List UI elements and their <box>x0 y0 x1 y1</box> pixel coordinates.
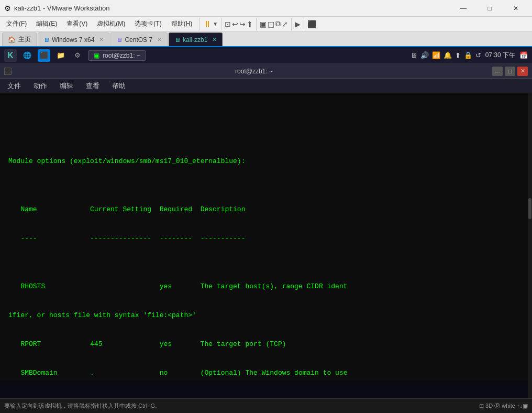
tab-centos-close[interactable]: ✕ <box>157 36 162 43</box>
terminal-scrollbar[interactable] <box>528 93 532 398</box>
tab-home-icon: 🏠 <box>8 36 16 44</box>
tab-centos[interactable]: 🖥 CentOS 7 ✕ <box>110 32 168 46</box>
terminal-content: Module options (exploit/windows/smb/ms17… <box>8 118 524 381</box>
status-left-text: 要输入定向到该虚拟机，请将鼠标指针移入其中或按 Ctrl+G。 <box>4 402 161 410</box>
kali-notif-icon[interactable]: 🔔 <box>444 51 452 59</box>
terminal-line-9: SMBDomain . no (Optional) The Windows do… <box>8 368 524 378</box>
tab-kali[interactable]: 🖥 kali-zzb1 ✕ <box>169 32 223 46</box>
kali-clock: 🖥 🔊 📶 🔔 ⬆ 🔒 ↺ 07:30 下午 📅 <box>411 51 528 60</box>
tab-kali-icon: 🖥 <box>174 37 180 43</box>
terminal-title: root@zzb1: ~ <box>16 68 492 75</box>
vm-content: K 🌐 ⬛ 📁 ⚙ ▣ root@zzb1: ~ 🖥 <box>0 47 532 413</box>
menu-tabs[interactable]: 选项卡(T) <box>130 18 165 30</box>
tab-bar: 🏠 主页 🖥 Windows 7 x64 ✕ 🖥 CentOS 7 ✕ 🖥 ka… <box>0 31 532 47</box>
tab-win7-close[interactable]: ✕ <box>99 36 104 43</box>
toolbar-pause-icon[interactable]: ⏸ <box>203 19 212 29</box>
vmware-maximize-button[interactable]: □ <box>478 1 502 16</box>
kali-lock-icon[interactable]: 🔒 <box>464 51 472 59</box>
status-right-text: ⊡ 3D ⓟ white ↑↓▣ <box>479 402 528 410</box>
kali-time: 07:30 下午 <box>485 51 515 60</box>
kali-terminal-icon[interactable]: ⬛ <box>38 49 50 62</box>
terminal-title-checkbox <box>4 68 12 75</box>
scrollbar-thumb[interactable] <box>528 198 531 219</box>
tab-win7[interactable]: 🖥 Windows 7 x64 ✕ <box>38 32 109 46</box>
kali-taskbar: K 🌐 ⬛ 📁 ⚙ ▣ root@zzb1: ~ 🖥 <box>0 47 532 64</box>
vmware-title: kali-zzb1 - VMware Workstation <box>14 4 451 12</box>
terminal[interactable]: Module options (exploit/windows/smb/ms17… <box>0 93 532 381</box>
kali-network-icon[interactable]: 📶 <box>432 51 440 59</box>
terminal-wrapper[interactable]: Module options (exploit/windows/smb/ms17… <box>0 93 532 398</box>
kali-sound-icon[interactable]: 🔊 <box>420 51 429 59</box>
toolbar-icon-6[interactable]: ◫ <box>268 20 274 28</box>
vmware-menubar: 文件(F) 编辑(E) 查看(V) 虚拟机(M) 选项卡(T) 帮助(H) ⏸ … <box>0 17 532 31</box>
tab-home[interactable]: 🏠 主页 <box>2 32 37 46</box>
tab-centos-icon: 🖥 <box>116 37 122 43</box>
terminal-win-controls: — □ ✕ <box>492 67 528 76</box>
kali-display-icon[interactable]: 🖥 <box>411 51 417 59</box>
toolbar-icon-8[interactable]: ⤢ <box>282 20 288 28</box>
app-menubar: 文件 动作 编辑 查看 帮助 <box>0 79 532 93</box>
app-menu-edit[interactable]: 编辑 <box>57 80 76 92</box>
terminal-line-6: RHOSTS yes The target host(s), range CID… <box>8 282 524 292</box>
terminal-titlebar: root@zzb1: ~ — □ ✕ <box>0 64 532 79</box>
app-menu-file[interactable]: 文件 <box>4 80 24 92</box>
vmware-minimize-button[interactable]: — <box>451 1 475 16</box>
menu-edit[interactable]: 编辑(E) <box>32 18 61 30</box>
vmware-titlebar: ⚙ kali-zzb1 - VMware Workstation — □ ✕ <box>0 0 532 17</box>
toolbar-separator-5 <box>304 18 304 30</box>
toolbar-separator-3 <box>256 18 257 30</box>
app-menu-help[interactable]: 帮助 <box>109 80 129 92</box>
toolbar-icon-7[interactable]: ⧉ <box>275 19 281 28</box>
toolbar-separator-1 <box>199 18 200 30</box>
kali-active-terminal[interactable]: ▣ root@zzb1: ~ <box>88 50 146 61</box>
vmware-icon: ⚙ <box>4 4 11 13</box>
statusbar: 要输入定向到该虚拟机，请将鼠标指针移入其中或按 Ctrl+G。 ⊡ 3D ⓟ w… <box>0 398 532 413</box>
menu-file[interactable]: 文件(F) <box>2 18 31 30</box>
vmware-close-button[interactable]: ✕ <box>504 1 528 16</box>
toolbar-icon-9[interactable]: ▶ <box>295 20 301 28</box>
toolbar-icon-1[interactable]: ⊡ <box>225 20 231 28</box>
kali-browser-icon[interactable]: 🌐 <box>21 49 34 62</box>
app-menu-actions[interactable]: 动作 <box>30 80 50 92</box>
tab-home-label: 主页 <box>18 35 31 44</box>
terminal-close-button[interactable]: ✕ <box>517 67 528 76</box>
kali-folder-icon[interactable]: 📁 <box>54 49 67 62</box>
toolbar-icon-3[interactable]: ↪ <box>239 20 246 28</box>
kali-logo-icon[interactable]: K <box>4 49 17 62</box>
vmware-window-controls: — □ ✕ <box>451 1 528 16</box>
toolbar-icon-5[interactable]: ▣ <box>260 20 267 28</box>
kali-terminal-label: root@zzb1: ~ <box>103 52 140 59</box>
kali-update-icon[interactable]: ⬆ <box>455 51 461 59</box>
vmware-workstation: ⚙ kali-zzb1 - VMware Workstation — □ ✕ 文… <box>0 0 532 413</box>
terminal-minimize-button[interactable]: — <box>492 67 503 76</box>
toolbar-dropdown-icon[interactable]: ▼ <box>213 21 218 27</box>
terminal-line-8: RPORT 445 yes The target port (TCP) <box>8 340 524 350</box>
app-menu-view[interactable]: 查看 <box>83 80 103 92</box>
kali-calendar-icon[interactable]: 📅 <box>519 51 528 59</box>
tab-kali-label: kali-zzb1 <box>183 36 207 44</box>
toolbar-separator-4 <box>291 18 292 30</box>
tab-win7-label: Windows 7 x64 <box>52 36 94 44</box>
terminal-line-1: Module options (exploit/windows/smb/ms17… <box>8 157 524 167</box>
menu-vm[interactable]: 虚拟机(M) <box>93 18 129 30</box>
tab-win7-icon: 🖥 <box>43 37 49 43</box>
kali-settings-icon[interactable]: ⚙ <box>71 49 84 62</box>
terminal-restore-button[interactable]: □ <box>505 67 515 76</box>
tab-centos-label: CentOS 7 <box>125 36 152 44</box>
kali-sys-icons: 🖥 🔊 📶 🔔 ⬆ 🔒 ↺ <box>411 51 481 59</box>
menu-help[interactable]: 帮助(H) <box>167 18 197 30</box>
terminal-line-3: Name Current Setting Required Descriptio… <box>8 205 524 215</box>
toolbar-icon-4[interactable]: ⬆ <box>247 20 253 28</box>
terminal-line-7: ifier, or hosts file with syntax 'file:<… <box>8 311 524 321</box>
menu-view[interactable]: 查看(V) <box>62 18 92 30</box>
kali-power-icon[interactable]: ↺ <box>475 51 481 59</box>
toolbar-icon-10[interactable]: ⬛ <box>307 20 316 28</box>
toolbar-separator-2 <box>221 18 221 30</box>
toolbar-icon-2[interactable]: ↩ <box>232 20 238 28</box>
tab-kali-close[interactable]: ✕ <box>212 36 217 43</box>
terminal-line-4: ---- --------------- -------- ----------… <box>8 234 524 244</box>
